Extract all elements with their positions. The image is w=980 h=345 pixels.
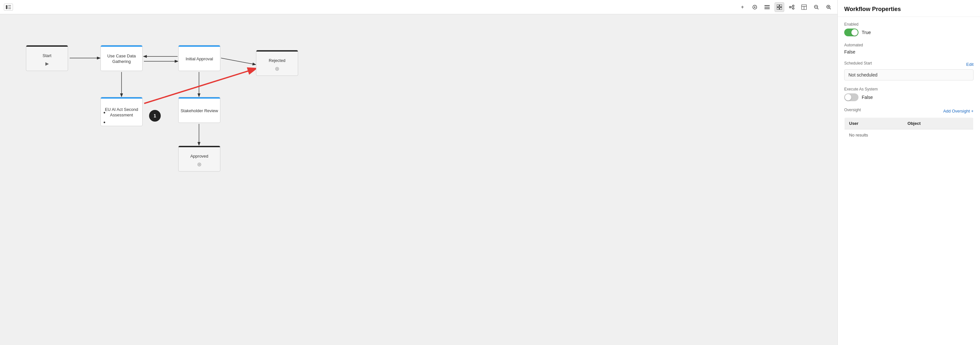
scheduled-start-label: Scheduled Start <box>844 61 872 65</box>
node-start-label: Start <box>40 50 53 60</box>
svg-line-16 <box>791 6 793 6</box>
svg-rect-6 <box>765 5 770 6</box>
oversight-section: Oversight Add Oversight + User Object No… <box>844 108 974 141</box>
toolbar: + <box>0 0 837 14</box>
oversight-table: User Object No results <box>844 117 974 141</box>
oversight-no-results: No results <box>845 129 974 141</box>
add-button[interactable]: + <box>738 2 747 12</box>
right-panel: Workflow Properties Enabled True Automat… <box>837 0 980 345</box>
automated-label: Automated <box>844 43 974 47</box>
svg-point-14 <box>793 5 794 6</box>
svg-rect-11 <box>777 8 779 10</box>
oversight-col-object: Object <box>903 118 973 129</box>
oversight-col-user: User <box>845 118 903 129</box>
node-rejected-label: Rejected <box>267 55 287 65</box>
oversight-header: Oversight Add Oversight + <box>844 108 974 114</box>
execute-toggle-row: False <box>844 93 974 101</box>
enabled-section: Enabled True <box>844 22 974 36</box>
workflow-canvas[interactable]: Start ▶ Use Case Data Gathering Initial … <box>0 14 837 345</box>
zoom-in-button[interactable] <box>824 2 834 12</box>
sidebar-toggle-button[interactable] <box>4 3 13 11</box>
svg-line-27 <box>830 8 831 10</box>
node-initial-approval[interactable]: Initial Approval <box>178 45 220 71</box>
execute-toggle[interactable] <box>844 93 859 101</box>
scheduled-start-section: Scheduled Start Edit Not scheduled <box>844 61 974 80</box>
execute-as-system-label: Execute As System <box>844 87 974 91</box>
svg-rect-3 <box>8 8 11 9</box>
start-icon: ▶ <box>40 61 53 66</box>
enabled-toggle-thumb <box>851 29 858 36</box>
panel-title: Workflow Properties <box>844 6 974 13</box>
svg-rect-8 <box>765 8 770 9</box>
approved-icon: ◎ <box>188 161 210 167</box>
node-eu-ai[interactable]: • • EU AI Act Second Assessment <box>100 97 143 126</box>
list-button[interactable] <box>762 2 772 12</box>
svg-rect-0 <box>6 5 8 9</box>
svg-rect-12 <box>780 8 782 10</box>
oversight-table-header-row: User Object <box>845 118 974 129</box>
enabled-toggle[interactable] <box>844 29 859 36</box>
table-button[interactable] <box>799 2 809 12</box>
step-circle-1: 1 <box>149 110 161 121</box>
node-stakeholder-label: Stakeholder Review <box>178 105 220 115</box>
svg-rect-7 <box>765 7 770 8</box>
svg-point-5 <box>754 6 756 8</box>
svg-rect-2 <box>8 7 11 8</box>
execute-toggle-thumb <box>845 94 851 101</box>
automated-section: Automated False <box>844 43 974 54</box>
node-eu-ai-label: EU AI Act Second Assessment <box>101 104 142 119</box>
canvas-area: + <box>0 0 837 345</box>
execute-value: False <box>862 95 873 100</box>
svg-line-31 <box>221 58 255 64</box>
edit-link[interactable]: Edit <box>966 62 974 67</box>
oversight-table-body: No results <box>845 129 974 141</box>
svg-rect-10 <box>780 5 782 7</box>
panel-body: Enabled True Automated False Scheduled S… <box>838 17 980 345</box>
scheduled-start-header: Scheduled Start Edit <box>844 61 974 67</box>
cursor-button[interactable] <box>750 2 760 12</box>
oversight-table-head: User Object <box>845 118 974 129</box>
svg-line-23 <box>817 8 819 10</box>
svg-rect-9 <box>777 5 779 7</box>
svg-rect-1 <box>8 5 11 6</box>
node-start[interactable]: Start ▶ <box>26 45 68 71</box>
node-approved-label: Approved <box>188 150 210 160</box>
grid-button[interactable] <box>775 2 784 12</box>
execute-as-system-section: Execute As System False <box>844 87 974 101</box>
flow-button[interactable] <box>787 2 797 12</box>
add-oversight-link[interactable]: Add Oversight + <box>943 109 974 113</box>
enabled-toggle-row: True <box>844 29 974 36</box>
node-use-case-label: Use Case Data Gathering <box>101 50 142 66</box>
oversight-label: Oversight <box>844 108 861 112</box>
svg-line-17 <box>791 8 793 8</box>
node-rejected[interactable]: Rejected ◎ <box>256 50 298 76</box>
enabled-label: Enabled <box>844 22 974 27</box>
panel-header: Workflow Properties <box>838 0 980 17</box>
node-stakeholder[interactable]: Stakeholder Review <box>178 97 220 123</box>
automated-value: False <box>844 49 974 54</box>
svg-point-15 <box>793 8 794 9</box>
oversight-no-results-row: No results <box>845 129 974 141</box>
rejected-icon: ◎ <box>267 66 287 71</box>
node-use-case[interactable]: Use Case Data Gathering <box>100 45 143 71</box>
scheduled-box: Not scheduled <box>844 69 974 80</box>
node-approved[interactable]: Approved ◎ <box>178 145 220 171</box>
svg-point-13 <box>789 6 791 8</box>
enabled-value: True <box>862 30 871 35</box>
zoom-out-button[interactable] <box>811 2 821 12</box>
node-initial-label: Initial Approval <box>184 53 215 63</box>
